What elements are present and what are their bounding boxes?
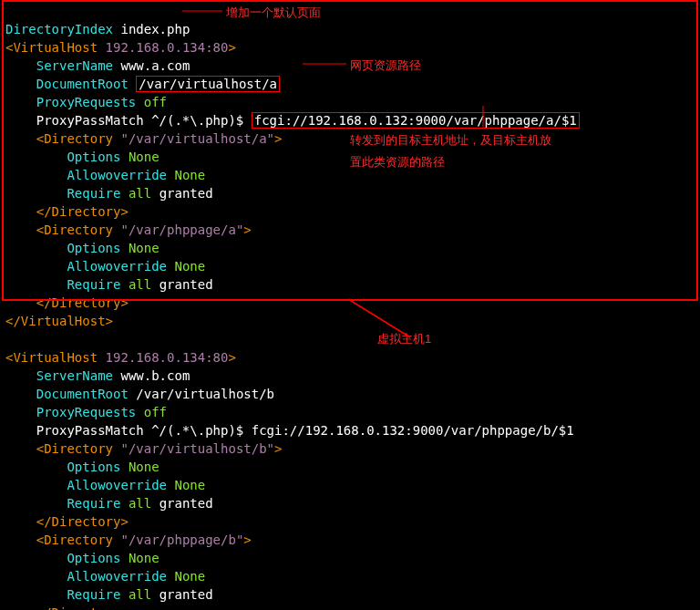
tag-close: </Directory> bbox=[36, 514, 129, 529]
value: granted bbox=[160, 496, 213, 511]
value: off bbox=[144, 95, 167, 109]
annot-default-page: 增加一个默认页面 bbox=[226, 4, 321, 22]
directive: Allowoverride bbox=[67, 259, 167, 274]
directive: ServerName bbox=[36, 58, 113, 73]
annot-fcgi-line2: 置此类资源的路径 bbox=[350, 153, 445, 171]
tag-close: </VirtualHost> bbox=[5, 314, 113, 328]
directive: Require bbox=[67, 496, 120, 511]
directive: ServerName bbox=[36, 368, 113, 383]
directive: Allowoverride bbox=[67, 168, 167, 182]
proxy-line: ProxyPassMatch ^/(.*\.php)$ bbox=[36, 113, 244, 128]
value: all bbox=[129, 186, 151, 201]
tag-open: <VirtualHost bbox=[5, 40, 98, 55]
fcgi-box: fcgi://192.168.0.132:9000/var/phppage/a/… bbox=[252, 112, 580, 129]
directive: Require bbox=[67, 277, 120, 292]
value: all bbox=[129, 496, 151, 511]
value: all bbox=[129, 587, 151, 602]
path: "/var/phppage/a" bbox=[120, 222, 243, 237]
tag-close: > bbox=[243, 222, 251, 237]
tag-close: > bbox=[274, 131, 282, 146]
value: None bbox=[129, 460, 160, 474]
directive: Options bbox=[67, 150, 120, 164]
value: granted bbox=[160, 277, 213, 292]
tag-open: <Directory bbox=[36, 131, 113, 146]
tag-close: </Directory> bbox=[36, 295, 129, 310]
path: "/var/phppage/b" bbox=[120, 532, 243, 547]
tag-open: <VirtualHost bbox=[5, 350, 98, 365]
value: None bbox=[129, 551, 160, 565]
tag-close: > bbox=[228, 40, 235, 55]
directive: Options bbox=[67, 460, 120, 474]
directive: Require bbox=[67, 587, 120, 602]
directive: Allowoverride bbox=[67, 478, 167, 492]
tag-close: </Directory> bbox=[36, 605, 129, 610]
directive: ProxyRequests bbox=[36, 95, 137, 109]
directive: ProxyRequests bbox=[36, 405, 137, 419]
value: None bbox=[174, 569, 205, 584]
value: None bbox=[174, 259, 205, 274]
directive: DocumentRoot bbox=[36, 77, 129, 91]
value: granted bbox=[160, 186, 213, 201]
tag-close: > bbox=[228, 350, 235, 365]
directive: Options bbox=[67, 551, 120, 565]
value: index.php bbox=[120, 22, 190, 36]
directive: DocumentRoot bbox=[36, 387, 129, 401]
value: www.a.com bbox=[120, 58, 190, 73]
directive: Require bbox=[67, 186, 120, 201]
tag-open: <Directory bbox=[36, 532, 113, 547]
value: granted bbox=[160, 587, 213, 602]
addr: 192.168.0.134:80 bbox=[106, 350, 229, 365]
annot-docroot: 网页资源路径 bbox=[350, 57, 421, 75]
tag-close: > bbox=[274, 441, 282, 456]
value: www.b.com bbox=[120, 368, 190, 383]
path: "/var/virtualhost/a" bbox=[120, 131, 274, 146]
tag-close: > bbox=[243, 532, 251, 547]
value: off bbox=[144, 405, 167, 419]
value: None bbox=[174, 478, 205, 492]
value: None bbox=[174, 168, 205, 182]
docroot-box: /var/virtualhost/a bbox=[136, 76, 280, 92]
value: None bbox=[129, 241, 160, 255]
path: "/var/virtualhost/b" bbox=[120, 441, 274, 456]
tag-close: </Directory> bbox=[36, 204, 129, 219]
value: None bbox=[129, 150, 160, 164]
directive: DirectoryIndex bbox=[5, 22, 113, 36]
proxy-line: ProxyPassMatch ^/(.*\.php)$ fcgi://192.1… bbox=[36, 423, 574, 438]
annot-vhost: 虚拟主机1 bbox=[377, 330, 431, 348]
config-code: DirectoryIndex index.php <VirtualHost 19… bbox=[0, 0, 700, 610]
value: all bbox=[129, 277, 151, 292]
directive: Allowoverride bbox=[67, 569, 167, 584]
directive: Options bbox=[67, 241, 120, 255]
annot-fcgi-line1: 转发到的目标主机地址，及目标主机放 bbox=[350, 131, 551, 150]
tag-open: <Directory bbox=[36, 441, 113, 456]
tag-open: <Directory bbox=[36, 222, 113, 237]
value: /var/virtualhost/b bbox=[136, 387, 274, 401]
addr: 192.168.0.134:80 bbox=[106, 40, 229, 55]
